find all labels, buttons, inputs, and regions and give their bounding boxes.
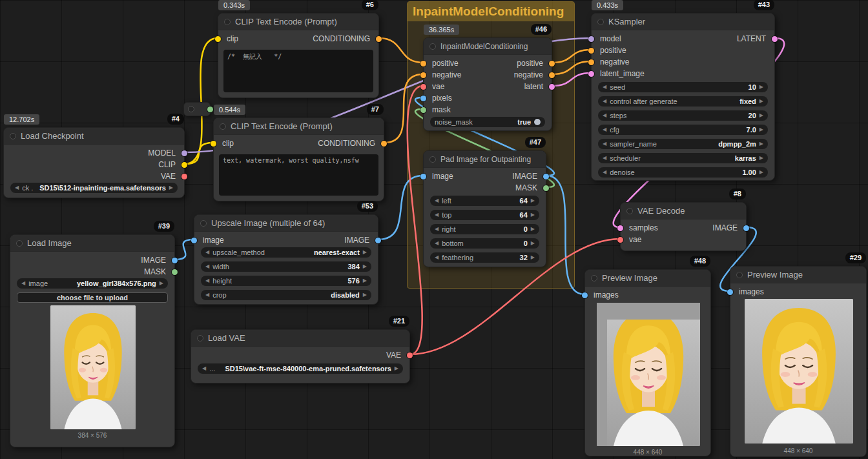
stepper-increase-icon[interactable]: ▶ [363, 261, 367, 272]
combo-next-icon[interactable]: ▶ [760, 153, 763, 163]
collapse-dot-icon[interactable] [591, 275, 597, 281]
negative-input-dot[interactable] [420, 72, 426, 78]
sampler-name-combo[interactable]: ◀ sampler_name dpmpp_2m ▶ [598, 139, 768, 149]
stepper-increase-icon[interactable]: ▶ [760, 82, 763, 92]
node-load-image[interactable]: #39 Load Image IMAGE MASK ◀ image yellow… [10, 234, 175, 447]
cfg-stepper[interactable]: ◀ cfg 7.0 ▶ [598, 125, 768, 135]
node-title-bar[interactable]: Upscale Image (multiple of 64) [194, 215, 378, 232]
stepper-decrease-icon[interactable]: ◀ [205, 261, 209, 272]
combo-prev-icon[interactable]: ◀ [603, 96, 606, 107]
scheduler-combo[interactable]: ◀ scheduler karras ▶ [598, 153, 768, 163]
image-output-dot[interactable] [543, 174, 549, 179]
node-load-vae[interactable]: #21 Load VAE VAE ◀ ... SD15\vae-ft-mse-8… [191, 329, 410, 383]
prompt-textarea[interactable]: text, watermark, worst quality,nsfw [219, 154, 378, 196]
stepper-increase-icon[interactable]: ▶ [531, 238, 535, 249]
stepper-decrease-icon[interactable]: ◀ [435, 238, 439, 249]
image-output-dot[interactable] [743, 225, 749, 231]
negative-input-dot[interactable] [588, 59, 594, 65]
latent-output-dot[interactable] [772, 36, 778, 42]
collapse-dot-icon[interactable] [429, 156, 436, 163]
node-title-bar[interactable]: Load Image [10, 235, 174, 252]
stepper-decrease-icon[interactable]: ◀ [435, 196, 439, 206]
node-title-bar[interactable]: VAE Decode [621, 203, 746, 219]
node-title-bar[interactable]: Pad Image for Outpainting [424, 151, 546, 168]
model-input-dot[interactable] [588, 36, 594, 42]
mask-output-dot[interactable] [172, 269, 178, 275]
node-title-bar[interactable]: Load Checkpoint [4, 128, 184, 145]
steps-stepper[interactable]: ◀ steps 20 ▶ [598, 110, 768, 121]
noise-mask-toggle[interactable]: noise_mask true [430, 117, 545, 127]
left-stepper[interactable]: ◀ left 64 ▶ [430, 196, 539, 206]
samples-input-dot[interactable] [617, 225, 623, 231]
conditioning-output-dot[interactable] [381, 141, 387, 147]
node-ksampler[interactable]: 0.433s #43 KSampler model positive negat… [591, 13, 775, 181]
node-load-checkpoint[interactable]: 12.702s #4 Load Checkpoint MODEL CLIP VA… [3, 127, 185, 198]
conditioning-output-dot[interactable] [376, 36, 382, 42]
collapse-dot-icon[interactable] [16, 240, 23, 247]
combo-next-icon[interactable]: ▶ [760, 139, 763, 149]
image-output-dot[interactable] [375, 238, 381, 243]
node-title-bar[interactable]: CLIP Text Encode (Prompt) [218, 14, 378, 30]
stepper-decrease-icon[interactable]: ◀ [435, 252, 439, 263]
clip-input-dot[interactable] [215, 36, 221, 42]
node-title-bar[interactable]: Preview Image [730, 267, 866, 283]
stepper-decrease-icon[interactable]: ◀ [435, 210, 439, 220]
collapse-dot-icon[interactable] [626, 208, 633, 214]
vae-input-dot[interactable] [617, 237, 623, 243]
group-title[interactable]: InpaintModelConditioning [408, 2, 574, 21]
node-title-bar[interactable]: CLIP Text Encode (Prompt) [214, 118, 384, 135]
node-inpaint-model-conditioning[interactable]: 36.365s #46 InpaintModelConditioning pos… [423, 37, 552, 131]
stepper-decrease-icon[interactable]: ◀ [603, 167, 606, 178]
combo-next-icon[interactable]: ▶ [363, 247, 367, 258]
upscale-method-combo[interactable]: ◀ upscale_method nearest-exact ▶ [201, 247, 371, 258]
stepper-increase-icon[interactable]: ▶ [760, 125, 763, 135]
stepper-decrease-icon[interactable]: ◀ [603, 82, 606, 92]
stepper-decrease-icon[interactable]: ◀ [603, 125, 606, 135]
pixels-input-dot[interactable] [420, 96, 426, 101]
clip-output-dot[interactable] [181, 162, 187, 168]
negative-output-dot[interactable] [549, 72, 555, 78]
node-title-bar[interactable]: Load VAE [191, 330, 409, 347]
stepper-increase-icon[interactable]: ▶ [531, 196, 535, 206]
combo-prev-icon[interactable]: ◀ [202, 363, 206, 374]
stepper-increase-icon[interactable]: ▶ [760, 167, 763, 178]
collapsed-node[interactable] [183, 102, 211, 116]
node-upscale-image[interactable]: #53 Upscale Image (multiple of 64) image… [194, 214, 378, 305]
image-file-combo[interactable]: ◀ image yellow_girl384x576.png ▶ [17, 278, 168, 289]
crop-combo[interactable]: ◀ crop disabled ▶ [201, 290, 371, 300]
collapse-dot-icon[interactable] [220, 123, 226, 130]
stepper-decrease-icon[interactable]: ◀ [603, 110, 606, 121]
control-after-generate-combo[interactable]: ◀ control after generate fixed ▶ [598, 96, 768, 107]
node-pad-image-for-outpainting[interactable]: #47 Pad Image for Outpainting image IMAG… [423, 150, 546, 267]
model-output-dot[interactable] [181, 150, 187, 156]
toggle-knob[interactable] [534, 119, 541, 125]
mask-output-dot[interactable] [543, 185, 549, 191]
combo-next-icon[interactable]: ▶ [760, 96, 763, 107]
collapse-dot-icon[interactable] [188, 106, 194, 112]
vae-output-dot[interactable] [407, 352, 413, 358]
image-output-dot[interactable] [172, 258, 178, 263]
positive-input-dot[interactable] [588, 48, 594, 54]
stepper-decrease-icon[interactable]: ◀ [435, 224, 439, 234]
stepper-increase-icon[interactable]: ▶ [363, 276, 367, 286]
right-stepper[interactable]: ◀ right 0 ▶ [430, 224, 539, 234]
collapse-dot-icon[interactable] [429, 43, 436, 50]
collapse-dot-icon[interactable] [736, 272, 743, 278]
stepper-increase-icon[interactable]: ▶ [760, 110, 763, 121]
vae-output-dot[interactable] [181, 174, 187, 179]
seed-stepper[interactable]: ◀ seed 10 ▶ [598, 82, 768, 92]
node-title-bar[interactable]: KSampler [592, 14, 774, 30]
combo-next-icon[interactable]: ▶ [363, 290, 367, 300]
bottom-stepper[interactable]: ◀ bottom 0 ▶ [430, 238, 539, 249]
combo-prev-icon[interactable]: ◀ [603, 153, 606, 163]
images-input-dot[interactable] [727, 289, 733, 295]
collapse-dot-icon[interactable] [197, 335, 203, 342]
combo-prev-icon[interactable]: ◀ [21, 278, 25, 289]
collapse-dot-icon[interactable] [10, 133, 16, 139]
node-preview-image-48[interactable]: #48 Preview Image images 448 × 640 [584, 269, 711, 456]
node-title-bar[interactable]: Preview Image [585, 270, 710, 287]
node-preview-image-29[interactable]: #29 Preview Image images 448 × 640 [730, 266, 867, 457]
denoise-stepper[interactable]: ◀ denoise 1.00 ▶ [598, 167, 768, 178]
positive-output-dot[interactable] [549, 61, 555, 66]
image-input-dot[interactable] [191, 238, 197, 243]
